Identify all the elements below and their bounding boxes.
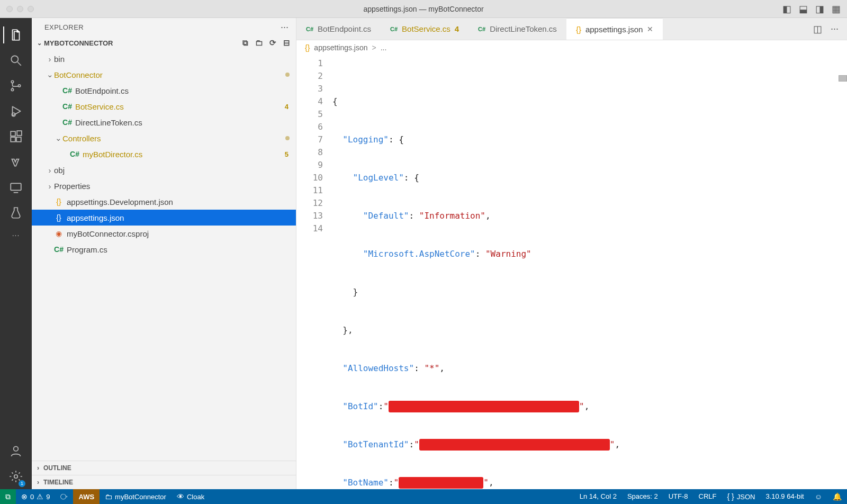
tree-label: myBotDirector.cs: [83, 150, 285, 159]
editor-more-icon[interactable]: ···: [831, 23, 839, 34]
modified-dot-icon: [285, 73, 290, 77]
csharp-file-icon: C#: [70, 150, 79, 158]
status-remote[interactable]: ⧉: [0, 489, 16, 504]
tree-folder-controllers[interactable]: ⌄ Controllers: [32, 130, 296, 146]
breadcrumb-file: appsettings.json: [314, 43, 367, 52]
tree-file-appsettings-dev[interactable]: {} appsettings.Development.json: [32, 194, 296, 210]
section-chevron-icon[interactable]: ⌄: [37, 40, 42, 47]
layout-grid-icon[interactable]: ▦: [832, 4, 841, 14]
activity-remote[interactable]: [3, 175, 29, 200]
section-title: MYBOTCONNECTOR: [44, 39, 113, 47]
close-tab-icon[interactable]: ✕: [647, 25, 653, 33]
tree-label: Controllers: [62, 134, 285, 143]
breadcrumb[interactable]: {} appsettings.json > ...: [296, 40, 847, 55]
tree-file-botendpoint[interactable]: C# BotEndpoint.cs: [32, 83, 296, 98]
json-file-icon: {}: [54, 213, 64, 222]
activity-accounts[interactable]: [3, 438, 29, 464]
timeline-label: TIMELINE: [43, 479, 73, 486]
chevron-down-icon: ⌄: [54, 133, 62, 143]
new-folder-icon[interactable]: 🗀: [255, 38, 263, 48]
status-language[interactable]: { }JSON: [722, 492, 761, 501]
split-editor-icon[interactable]: ◫: [813, 23, 822, 35]
activity-more[interactable]: ···: [3, 226, 29, 245]
status-port[interactable]: ⧂: [55, 489, 73, 504]
sidebar-explorer: EXPLORER ··· ⌄ MYBOTCONNECTOR ⧉ 🗀 ⟳ ⊟ ›: [32, 18, 296, 489]
status-encoding[interactable]: UTF-8: [663, 492, 693, 500]
status-bell[interactable]: 🔔: [827, 492, 847, 501]
tree-label: bin: [54, 55, 296, 64]
chevron-right-icon: ›: [46, 166, 54, 175]
tree-folder-obj[interactable]: › obj: [32, 162, 296, 178]
new-file-icon[interactable]: ⧉: [241, 38, 249, 48]
close-window-button[interactable]: [6, 6, 13, 12]
tab-botendpoint[interactable]: C# BotEndpoint.cs: [296, 18, 381, 40]
layout-panel-right-icon[interactable]: ◨: [815, 4, 824, 14]
zoom-window-button[interactable]: [28, 6, 34, 12]
json-file-icon: {}: [54, 197, 64, 206]
layout-panel-bottom-icon[interactable]: ⬓: [799, 4, 808, 14]
folder-icon: 🗀: [105, 492, 112, 501]
code-editor[interactable]: 1234567891011121314 { "Logging": { "LogL…: [296, 55, 847, 489]
csharp-file-icon: C#: [62, 118, 72, 127]
csharp-file-icon: C#: [54, 245, 64, 254]
tree-file-appsettings[interactable]: {} appsettings.json: [32, 210, 296, 226]
minimap-thumb[interactable]: [839, 75, 847, 82]
chevron-right-icon: ›: [37, 479, 39, 486]
minimize-window-button[interactable]: [17, 6, 23, 12]
tree-label: BotConnector: [54, 70, 285, 79]
collapse-all-icon[interactable]: ⊟: [282, 38, 291, 48]
layout-panel-left-icon[interactable]: ◧: [782, 4, 791, 14]
tree-folder-botconnector[interactable]: ⌄ BotConnector: [32, 67, 296, 83]
title-bar: appsettings.json — myBotConnector ◧ ⬓ ◨ …: [0, 0, 847, 18]
status-bar: ⧉ ⊗0 ⚠9 ⧂ AWS 🗀myBotConnector 👁Cloak Ln …: [0, 489, 847, 504]
status-cloak[interactable]: 👁Cloak: [172, 489, 210, 504]
csharp-file-icon: C#: [306, 26, 313, 32]
csharp-file-icon: C#: [390, 26, 398, 32]
csharp-file-icon: C#: [478, 26, 485, 32]
section-outline[interactable]: › OUTLINE: [32, 461, 296, 475]
section-timeline[interactable]: › TIMELINE: [32, 475, 296, 489]
tree-badge: 5: [285, 150, 289, 158]
activity-search[interactable]: [3, 48, 29, 73]
status-cursor[interactable]: Ln 14, Col 2: [574, 492, 622, 500]
tree-file-program[interactable]: C# Program.cs: [32, 241, 296, 257]
tree-file-botservice[interactable]: C# BotService.cs 4: [32, 98, 296, 114]
tab-directlinetoken[interactable]: C# DirectLineToken.cs: [468, 18, 566, 40]
status-aws[interactable]: AWS: [73, 489, 100, 504]
tree-label: Program.cs: [67, 245, 296, 254]
svg-point-13: [14, 475, 18, 479]
svg-rect-8: [16, 137, 21, 142]
svg-rect-9: [17, 131, 22, 136]
activity-testing[interactable]: [3, 200, 29, 226]
activity-manage[interactable]: 1: [3, 464, 29, 489]
activity-source-control[interactable]: [3, 73, 29, 98]
tree-label: Properties: [54, 182, 296, 191]
status-eol[interactable]: CRLF: [693, 492, 722, 500]
tree-label: myBotConnector.csproj: [67, 229, 296, 238]
explorer-more-icon[interactable]: ···: [281, 22, 289, 32]
activity-extensions[interactable]: [3, 124, 29, 149]
tree-label: obj: [54, 166, 296, 175]
svg-rect-10: [11, 183, 21, 190]
status-spaces[interactable]: Spaces: 2: [622, 492, 663, 500]
tree-file-mybotdirector[interactable]: C# myBotDirector.cs 5: [32, 146, 296, 162]
status-feedback[interactable]: ☺: [809, 492, 827, 501]
svg-point-3: [11, 88, 13, 91]
tree-folder-properties[interactable]: › Properties: [32, 178, 296, 194]
tree-file-directlinetoken[interactable]: C# DirectLineToken.cs: [32, 114, 296, 130]
tab-label: BotService.cs: [402, 24, 450, 33]
status-interpreter[interactable]: 3.10.9 64-bit: [760, 492, 809, 500]
tab-appsettings[interactable]: {} appsettings.json ✕: [566, 18, 663, 40]
refresh-icon[interactable]: ⟳: [268, 38, 277, 48]
file-tree: › bin ⌄ BotConnector C# BotEndpoint.cs C…: [32, 50, 296, 461]
activity-run-debug[interactable]: [3, 98, 29, 124]
chevron-right-icon: ›: [46, 55, 54, 64]
tab-botservice[interactable]: C# BotService.cs 4: [381, 18, 468, 40]
tree-label: appsettings.Development.json: [67, 197, 296, 206]
activity-explorer[interactable]: [3, 22, 29, 48]
tree-folder-bin[interactable]: › bin: [32, 51, 296, 67]
status-folder[interactable]: 🗀myBotConnector: [100, 489, 172, 504]
activity-aws[interactable]: [3, 149, 29, 175]
status-problems[interactable]: ⊗0 ⚠9: [16, 489, 55, 504]
tree-file-csproj[interactable]: ◉ myBotConnector.csproj: [32, 226, 296, 241]
